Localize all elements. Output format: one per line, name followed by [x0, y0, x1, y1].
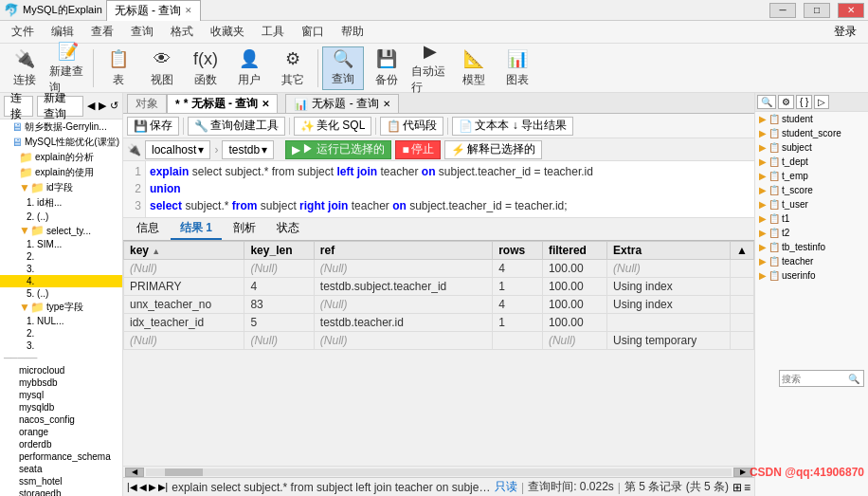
- right-item-userinfo[interactable]: ▶ 📋 userinfo: [755, 268, 868, 283]
- result-tab-profile[interactable]: 剖析: [224, 218, 265, 240]
- sidebar-item-st-1[interactable]: 1. SIM...: [0, 238, 122, 250]
- menu-window[interactable]: 窗口: [294, 22, 332, 42]
- sidebar-item-orderdb[interactable]: orderdb: [0, 438, 122, 450]
- minimize-button[interactable]: ─: [769, 3, 796, 18]
- right-item-student-score[interactable]: ▶ 📋 student_score: [755, 126, 868, 140]
- sidebar-item-st-5[interactable]: 5. (..): [0, 287, 122, 300]
- nav-next-row[interactable]: ▶: [149, 482, 156, 492]
- sidebar-item-mybbsdb[interactable]: mybbsdb: [0, 377, 122, 389]
- right-item-t-score[interactable]: ▶ 📋 t_score: [755, 183, 868, 197]
- maximize-button[interactable]: □: [804, 3, 830, 18]
- right-panel-icon4[interactable]: ▷: [814, 95, 829, 109]
- right-panel-icon3[interactable]: { }: [796, 95, 812, 109]
- right-item-student[interactable]: ▶ 📋 student: [755, 112, 868, 126]
- explain-button[interactable]: ⚡ 解释已选择的: [444, 140, 542, 159]
- toolbar-model[interactable]: 📐 模型: [453, 46, 495, 90]
- sidebar-item-mysqldb[interactable]: mysqldb: [0, 401, 122, 413]
- tab-close-1[interactable]: ✕: [185, 6, 192, 15]
- col-key[interactable]: key ▲: [124, 242, 244, 260]
- sidebar-item-seata[interactable]: seata: [0, 463, 122, 475]
- sidebar-item-type-2[interactable]: 2.: [0, 327, 122, 340]
- nav-next[interactable]: ▶: [99, 100, 106, 112]
- list-view-button[interactable]: ≡: [744, 481, 750, 494]
- beautify-button[interactable]: ✨ 美化 SQL: [294, 117, 371, 136]
- sidebar-item-type-1[interactable]: 1. NUL...: [0, 315, 122, 327]
- result-tab-close[interactable]: ✕: [383, 99, 390, 109]
- close-button[interactable]: ✕: [838, 3, 864, 18]
- menu-edit[interactable]: 编辑: [44, 22, 81, 42]
- sidebar-item-id-2[interactable]: 2. (..): [0, 211, 122, 223]
- toolbar-autorun[interactable]: ▶ 自动运行: [409, 46, 451, 90]
- toolbar-connect[interactable]: 🔌 连接: [4, 46, 45, 90]
- col-filtered[interactable]: filtered: [542, 242, 606, 260]
- nav-prev[interactable]: ◀: [87, 100, 95, 112]
- menu-format[interactable]: 格式: [163, 22, 201, 42]
- text-file-button[interactable]: 📄 文本本 ↓ 导出结果: [452, 117, 573, 136]
- sidebar-item-ssm-hotel[interactable]: ssm_hotel: [0, 475, 122, 487]
- right-item-t-dept[interactable]: ▶ 📋 t_dept: [755, 155, 868, 169]
- scroll-left[interactable]: ◀: [125, 468, 144, 477]
- sidebar-item-mysql[interactable]: mysql: [0, 389, 122, 401]
- sidebar-item-explain-analysis[interactable]: 📁 explain的分析: [0, 150, 122, 165]
- result-tab-result1[interactable]: 结果 1: [171, 218, 222, 240]
- host-selector[interactable]: localhost ▾: [145, 140, 210, 159]
- menu-favorites[interactable]: 收藏夹: [203, 22, 252, 42]
- nav-prev-row[interactable]: ◀: [139, 482, 147, 492]
- sidebar-item-nacos[interactable]: nacos_config: [0, 413, 122, 426]
- sidebar-item-id-1[interactable]: 1. id相...: [0, 195, 122, 211]
- col-ref[interactable]: ref: [314, 242, 492, 260]
- db-selector[interactable]: testdb ▾: [222, 140, 274, 159]
- col-rows[interactable]: rows: [493, 242, 543, 260]
- col-key-len[interactable]: key_len: [244, 242, 314, 260]
- toolbar-other[interactable]: ⚙ 其它: [272, 46, 314, 90]
- login-link[interactable]: 登录: [826, 22, 864, 42]
- sidebar-item-explain-use[interactable]: 📁 explain的使用: [0, 165, 122, 180]
- code-snippet-button[interactable]: 📋 代码段: [380, 117, 443, 136]
- search-icon[interactable]: 🔍: [848, 374, 859, 384]
- right-panel-icon1[interactable]: 🔍: [757, 95, 776, 109]
- toolbar-table[interactable]: 📋 表: [98, 46, 139, 90]
- scroll-thumb-h[interactable]: [165, 468, 203, 476]
- toolbar-chart[interactable]: 📊 图表: [497, 46, 538, 90]
- col-sort[interactable]: ▲: [731, 242, 754, 260]
- query-builder-button[interactable]: 🔧 查询创建工具: [188, 117, 285, 136]
- toolbar-user[interactable]: 👤 用户: [228, 46, 270, 90]
- menu-file[interactable]: 文件: [4, 22, 42, 42]
- query-tab-close[interactable]: ✕: [262, 99, 269, 109]
- right-item-t-emp[interactable]: ▶ 📋 t_emp: [755, 169, 868, 183]
- query-tab-active[interactable]: * * 无标题 - 查询 ✕: [167, 94, 278, 113]
- sidebar-item-conn1[interactable]: 🖥 朝乡数据-Gerrylin...: [0, 119, 122, 135]
- object-tab[interactable]: 对象: [127, 94, 167, 113]
- menu-query[interactable]: 查询: [123, 22, 161, 42]
- result-tab-header[interactable]: 📊 无标题 - 查询 ✕: [285, 94, 399, 113]
- scroll-right[interactable]: ▶: [733, 468, 752, 477]
- sidebar-item-st-2[interactable]: 2.: [0, 250, 122, 263]
- right-item-teacher[interactable]: ▶ 📋 teacher: [755, 254, 868, 268]
- menu-tools[interactable]: 工具: [254, 22, 292, 42]
- sidebar-item-type-field[interactable]: ▼📁 type字段: [0, 300, 122, 315]
- sidebar-item-microcloud[interactable]: microcloud: [0, 364, 122, 377]
- sidebar-item-perf-schema[interactable]: performance_schema: [0, 450, 122, 463]
- result-tab-info[interactable]: 信息: [127, 218, 169, 240]
- toolbar-new-query[interactable]: 📝 新建查询: [47, 46, 89, 90]
- save-button[interactable]: 💾 💾 保存 保存: [127, 117, 179, 136]
- right-item-t1[interactable]: ▶ 📋 t1: [755, 211, 868, 226]
- toolbar-function[interactable]: f(x) 函数: [185, 46, 226, 90]
- search-input[interactable]: [782, 374, 848, 384]
- nav-last[interactable]: ▶|: [158, 482, 169, 492]
- sql-content[interactable]: explain select subject.* from subject le…: [146, 161, 754, 217]
- toolbar-query[interactable]: 🔍 查询: [322, 46, 364, 90]
- right-item-t2[interactable]: ▶ 📋 t2: [755, 226, 868, 240]
- sidebar-item-type-3[interactable]: 3.: [0, 340, 122, 352]
- sidebar-item-select-type[interactable]: ▼📁 select_ty...: [0, 223, 122, 238]
- title-tab-1[interactable]: 无标题 - 查询 ✕: [106, 0, 202, 21]
- stop-button[interactable]: ■ 停止: [395, 140, 440, 159]
- sidebar-item-storagedb[interactable]: storagedb: [0, 487, 122, 496]
- right-panel-icon2[interactable]: ⚙: [778, 95, 794, 109]
- toolbar-view[interactable]: 👁 视图: [141, 46, 183, 90]
- result-tab-status[interactable]: 状态: [267, 218, 309, 240]
- right-item-subject[interactable]: ▶ 📋 subject: [755, 140, 868, 155]
- run-button[interactable]: ▶ ▶ 运行已选择的: [285, 140, 391, 159]
- sidebar-item-orange[interactable]: orange: [0, 426, 122, 438]
- nav-first[interactable]: |◀: [127, 482, 137, 492]
